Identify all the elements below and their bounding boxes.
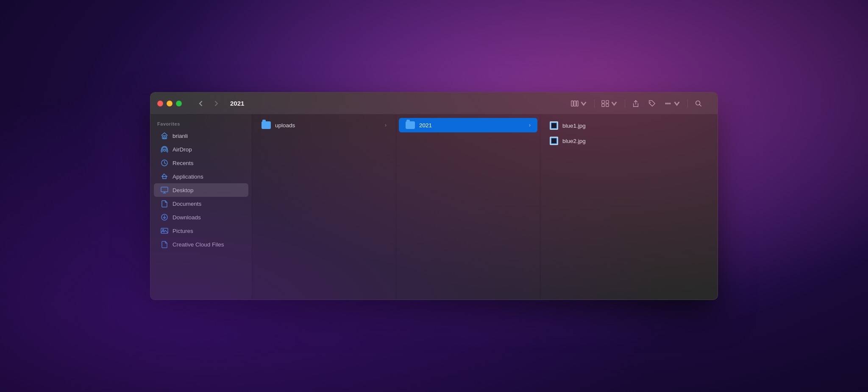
sidebar-label-creative-cloud: Creative Cloud Files bbox=[172, 241, 224, 248]
view-columns-button[interactable] bbox=[568, 98, 591, 109]
sidebar-label-downloads: Downloads bbox=[172, 214, 201, 221]
folder-2021-chevron: › bbox=[529, 122, 531, 128]
title-bar: 2021 bbox=[150, 92, 718, 115]
svg-rect-1 bbox=[574, 101, 576, 106]
sidebar-item-documents[interactable]: Documents bbox=[154, 197, 248, 210]
svg-rect-5 bbox=[602, 104, 604, 106]
applications-icon bbox=[161, 173, 168, 180]
maximize-button[interactable] bbox=[176, 101, 182, 106]
column-2: 2021 › bbox=[396, 115, 540, 300]
creative-cloud-icon bbox=[161, 241, 168, 248]
folder-2021[interactable]: 2021 › bbox=[399, 118, 537, 132]
svg-rect-2 bbox=[577, 101, 579, 106]
sidebar-label-pictures: Pictures bbox=[172, 228, 193, 234]
sidebar-item-downloads[interactable]: Downloads bbox=[154, 210, 248, 224]
navigation-controls: 2021 bbox=[195, 98, 249, 109]
sidebar-label-desktop: Desktop bbox=[172, 187, 194, 193]
minimize-button[interactable] bbox=[167, 101, 172, 106]
sidebar-item-creative-cloud[interactable]: Creative Cloud Files bbox=[154, 238, 248, 251]
sidebar-item-desktop[interactable]: Desktop bbox=[154, 183, 248, 197]
window-title: 2021 bbox=[230, 100, 244, 107]
svg-rect-28 bbox=[161, 228, 168, 233]
sidebar-item-airdrop[interactable]: AirDrop bbox=[154, 143, 248, 156]
toolbar-divider-3 bbox=[687, 99, 688, 108]
tag-button[interactable] bbox=[645, 98, 659, 109]
svg-point-15 bbox=[164, 149, 166, 151]
svg-rect-14 bbox=[164, 137, 165, 139]
main-content: Favorites brianli bbox=[150, 115, 718, 300]
desktop-icon bbox=[161, 186, 168, 194]
back-button[interactable] bbox=[195, 98, 207, 109]
svg-point-10 bbox=[669, 103, 670, 104]
sidebar: Favorites brianli bbox=[150, 115, 252, 300]
svg-line-17 bbox=[162, 174, 164, 176]
svg-rect-23 bbox=[161, 187, 168, 192]
column-1: uploads › bbox=[252, 115, 396, 300]
forward-button[interactable] bbox=[210, 98, 223, 109]
pictures-icon bbox=[161, 227, 168, 235]
recents-icon bbox=[161, 159, 168, 167]
folder-uploads-label: uploads bbox=[275, 122, 295, 129]
traffic-lights bbox=[157, 101, 182, 106]
airdrop-icon bbox=[161, 146, 168, 153]
sidebar-item-pictures[interactable]: Pictures bbox=[154, 224, 248, 238]
folder-2021-label: 2021 bbox=[419, 122, 432, 129]
sidebar-item-brianli[interactable]: brianli bbox=[154, 129, 248, 143]
svg-point-9 bbox=[668, 103, 669, 104]
file-icon-blue1 bbox=[550, 121, 558, 130]
sidebar-item-applications[interactable]: Applications bbox=[154, 170, 248, 183]
documents-icon bbox=[161, 200, 168, 207]
svg-rect-3 bbox=[602, 100, 604, 103]
file-blue2[interactable]: blue2.jpg bbox=[543, 133, 715, 148]
sidebar-label-airdrop: AirDrop bbox=[172, 146, 192, 153]
close-button[interactable] bbox=[157, 101, 163, 106]
sidebar-label-applications: Applications bbox=[172, 174, 203, 180]
sidebar-label-documents: Documents bbox=[172, 201, 201, 207]
svg-rect-0 bbox=[571, 101, 573, 106]
toolbar-divider-1 bbox=[594, 99, 595, 108]
finder-window: 2021 bbox=[150, 92, 718, 300]
file-blue2-label: blue2.jpg bbox=[562, 138, 586, 144]
toolbar-right bbox=[568, 98, 711, 109]
sidebar-label-brianli: brianli bbox=[172, 133, 188, 139]
file-icon-blue2 bbox=[550, 137, 558, 145]
search-button[interactable] bbox=[691, 98, 706, 109]
folder-uploads-chevron: › bbox=[385, 122, 387, 128]
share-button[interactable] bbox=[629, 98, 643, 109]
home-icon bbox=[161, 132, 168, 140]
svg-rect-4 bbox=[606, 100, 609, 103]
svg-point-7 bbox=[650, 102, 651, 103]
grid-view-button[interactable] bbox=[598, 98, 621, 109]
file-blue1[interactable]: blue1.jpg bbox=[543, 118, 715, 133]
sidebar-label-recents: Recents bbox=[172, 160, 194, 166]
svg-point-8 bbox=[665, 103, 667, 104]
svg-rect-6 bbox=[606, 104, 609, 106]
svg-line-18 bbox=[164, 174, 167, 176]
file-browser: uploads › 2021 › blue1.jpg bbox=[252, 115, 718, 300]
more-button[interactable] bbox=[661, 98, 684, 109]
svg-line-12 bbox=[699, 104, 701, 106]
folder-uploads[interactable]: uploads › bbox=[255, 118, 393, 132]
column-3: blue1.jpg blue2.jpg bbox=[540, 115, 718, 300]
sidebar-section-favorites: Favorites bbox=[150, 120, 252, 129]
folder-icon-2021 bbox=[406, 121, 415, 129]
folder-icon-uploads bbox=[262, 121, 271, 129]
toolbar-divider-2 bbox=[625, 99, 625, 108]
sidebar-item-recents[interactable]: Recents bbox=[154, 156, 248, 170]
downloads-icon bbox=[161, 213, 168, 221]
file-blue1-label: blue1.jpg bbox=[562, 123, 586, 129]
